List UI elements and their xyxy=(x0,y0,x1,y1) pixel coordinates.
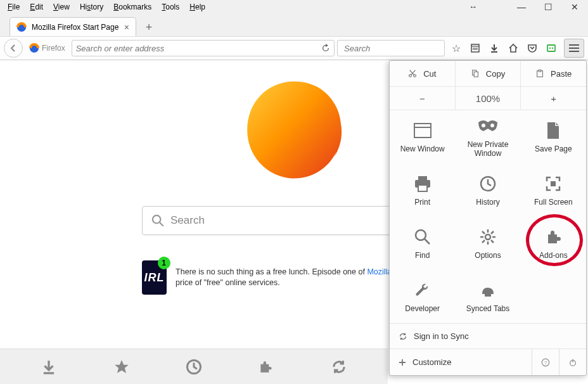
svg-point-10 xyxy=(552,48,553,49)
new-window-label: New Window xyxy=(400,144,445,153)
window-controls: — ☐ ✕ xyxy=(508,0,588,14)
synced-tabs-button[interactable]: Synced Tabs xyxy=(455,270,520,323)
find-label: Find xyxy=(415,251,430,260)
menu-file[interactable]: File xyxy=(3,1,25,13)
downloads-button[interactable] xyxy=(485,39,503,57)
copy-label: Copy xyxy=(486,69,505,79)
sync-shortcut[interactable] xyxy=(331,359,347,375)
print-button[interactable]: Print xyxy=(390,163,455,217)
menu-history[interactable]: History xyxy=(75,1,108,13)
home-button[interactable] xyxy=(504,39,522,57)
addons-shortcut[interactable] xyxy=(258,359,274,375)
svg-line-39 xyxy=(482,240,485,243)
synced-tabs-label: Synced Tabs xyxy=(466,304,510,313)
history-shortcut[interactable] xyxy=(186,359,202,375)
back-button[interactable] xyxy=(4,39,23,58)
tab-active[interactable]: Mozilla Firefox Start Page × xyxy=(10,17,136,36)
menu-help[interactable]: Help xyxy=(184,1,210,13)
panel-grid: New Window New Private Window Save Page … xyxy=(390,110,586,323)
svg-line-40 xyxy=(491,231,494,234)
gear-icon xyxy=(479,227,497,247)
sync-icon xyxy=(331,359,347,375)
paste-button[interactable]: Paste xyxy=(520,61,586,86)
addons-button[interactable]: Add-ons xyxy=(521,217,586,270)
download-icon xyxy=(41,359,57,375)
bookmarks-shortcut[interactable] xyxy=(113,359,130,375)
zoom-out-button[interactable]: − xyxy=(390,87,455,110)
roboform-button[interactable] xyxy=(542,39,560,57)
developer-label: Developer xyxy=(405,304,440,313)
paste-label: Paste xyxy=(551,69,572,79)
menu-edit[interactable]: Edit xyxy=(25,1,48,13)
quit-button[interactable] xyxy=(559,349,577,375)
cut-label: Cut xyxy=(423,69,436,79)
private-window-button[interactable]: New Private Window xyxy=(455,110,520,163)
svg-line-31 xyxy=(425,239,430,244)
sign-in-sync-button[interactable]: Sign in to Sync xyxy=(390,323,586,349)
irl-badge[interactable]: IRL 1 xyxy=(142,260,167,295)
minimize-button[interactable]: — xyxy=(508,0,535,14)
zoom-level[interactable]: 100% xyxy=(455,87,521,110)
snippet-toolbar xyxy=(0,349,388,384)
firefox-logo xyxy=(237,73,351,187)
reload-button[interactable] xyxy=(321,44,330,53)
puzzle-icon xyxy=(258,359,274,375)
search-bar[interactable] xyxy=(337,40,445,56)
private-window-label: New Private Window xyxy=(455,140,520,158)
new-window-button[interactable]: New Window xyxy=(390,110,455,163)
svg-point-12 xyxy=(153,215,161,224)
new-tab-button[interactable]: + xyxy=(140,18,158,36)
url-bar[interactable] xyxy=(72,40,335,56)
menu-tools[interactable]: Tools xyxy=(157,1,184,13)
sync-icon xyxy=(399,332,407,341)
roboform-icon xyxy=(546,43,556,53)
sidebar-icon xyxy=(470,43,480,53)
downloads-shortcut[interactable] xyxy=(41,359,57,375)
pocket-button[interactable] xyxy=(523,39,541,57)
cut-icon xyxy=(408,69,417,78)
history-button[interactable]: History xyxy=(455,163,520,217)
svg-text:?: ? xyxy=(544,360,547,366)
firefox-icon xyxy=(29,43,39,53)
power-icon xyxy=(568,358,577,367)
menu-view[interactable]: View xyxy=(48,1,75,13)
save-page-button[interactable]: Save Page xyxy=(521,110,586,163)
developer-button[interactable]: Developer xyxy=(390,270,455,323)
copy-button[interactable]: Copy xyxy=(455,61,521,86)
reload-icon xyxy=(321,44,330,53)
history-label: History xyxy=(476,198,499,207)
menu-bookmarks[interactable]: Bookmarks xyxy=(108,1,157,13)
maximize-button[interactable]: ☐ xyxy=(535,0,561,14)
window-icon xyxy=(413,120,432,141)
svg-rect-18 xyxy=(474,72,478,77)
identity-label: Firefox xyxy=(42,44,65,53)
tab-close-button[interactable]: × xyxy=(124,22,129,32)
reader-view-button[interactable] xyxy=(466,39,484,57)
zoom-in-button[interactable]: + xyxy=(520,87,586,110)
options-button[interactable]: Options xyxy=(455,217,520,270)
promo-text-1: There is no such thing as a free lunch. … xyxy=(176,267,367,276)
cut-button[interactable]: Cut xyxy=(390,61,455,86)
print-label: Print xyxy=(414,198,430,207)
url-input[interactable] xyxy=(76,44,321,53)
bookmark-star-button[interactable]: ☆ xyxy=(447,39,465,57)
home-icon xyxy=(508,43,518,53)
hamburger-menu-button[interactable] xyxy=(564,39,584,58)
panel-empty-slot xyxy=(521,270,586,323)
close-button[interactable]: ✕ xyxy=(561,0,588,14)
find-button[interactable]: Find xyxy=(390,217,455,270)
fullscreen-button[interactable]: Full Screen xyxy=(521,163,586,217)
hamburger-icon xyxy=(569,44,579,52)
resize-handle-icon[interactable]: ↔ xyxy=(469,2,477,11)
printer-icon xyxy=(413,174,432,194)
identity-box[interactable]: Firefox xyxy=(25,43,69,53)
customize-button[interactable]: Customize xyxy=(412,357,451,367)
help-button[interactable]: ? xyxy=(541,358,550,367)
toolbar-icons: ☆ xyxy=(447,39,584,58)
search-input[interactable] xyxy=(344,44,451,53)
svg-rect-20 xyxy=(539,70,541,72)
svg-point-32 xyxy=(485,234,490,240)
mask-icon xyxy=(477,116,499,136)
sign-in-label: Sign in to Sync xyxy=(414,331,469,341)
copy-icon xyxy=(471,69,480,78)
